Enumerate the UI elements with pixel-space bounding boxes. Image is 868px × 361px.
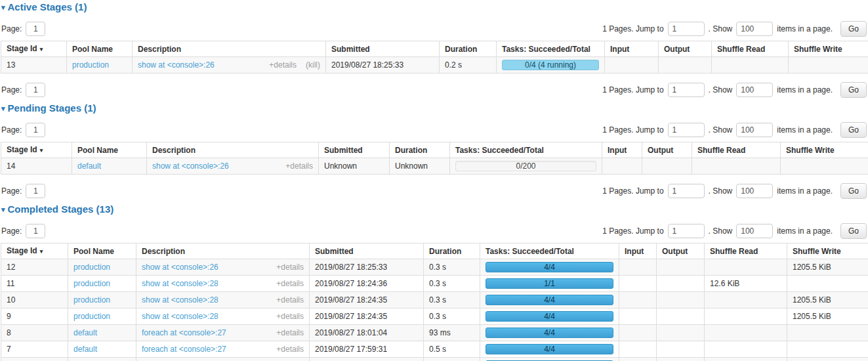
stage-description-link[interactable]: show at <console>:28 (142, 312, 218, 321)
jump-to-input[interactable] (668, 123, 705, 137)
column-header-label: Pool Name (72, 45, 113, 54)
description-cell: foreach at <console>:27+details (136, 325, 310, 341)
shuffle-read-cell (705, 292, 787, 308)
page-number-input[interactable] (26, 83, 45, 97)
show-count-input[interactable] (736, 83, 773, 97)
stages-section-pending: ▾Pending Stages (1) Page: 1 Pages. Jump … (1, 102, 867, 199)
page-number-input[interactable] (26, 184, 45, 198)
pool-name-link[interactable]: default (73, 345, 97, 354)
details-toggle-link[interactable]: +details (276, 263, 304, 272)
duration-cell: 0.3 s (424, 308, 480, 325)
description-cell: show at <console>:26+details (136, 259, 310, 276)
show-count-input[interactable] (736, 22, 773, 36)
description-cell: show at <console>:28+details (136, 292, 310, 308)
stage-id-cell: 6 (1, 358, 68, 361)
go-button[interactable]: Go (840, 223, 867, 239)
shuffle-write-cell (787, 325, 868, 341)
column-header-tasks-succeeded-total[interactable]: Tasks: Succeeded/Total (450, 142, 602, 158)
column-header-output[interactable]: Output (642, 142, 692, 158)
column-header-submitted[interactable]: Submitted (319, 142, 390, 158)
column-header-description[interactable]: Description (147, 142, 319, 158)
column-header-stage-id[interactable]: Stage Id▾ (1, 41, 67, 57)
column-header-label: Pool Name (77, 146, 118, 155)
tasks-progress-cell: 0/200 (450, 158, 602, 175)
column-header-shuffle-write[interactable]: Shuffle Write (789, 41, 868, 57)
duration-cell: 93 ms (424, 325, 480, 341)
page-number-input[interactable] (26, 123, 45, 137)
jump-to-input[interactable] (668, 22, 705, 36)
stage-description-link[interactable]: show at <console>:26 (138, 60, 215, 70)
input-cell (619, 259, 657, 276)
stage-description-link[interactable]: foreach at <console>:27 (142, 328, 226, 337)
column-header-submitted[interactable]: Submitted (310, 244, 424, 259)
stage-description-link[interactable]: foreach at <console>:27 (142, 345, 226, 354)
column-header-shuffle-read[interactable]: Shuffle Read (692, 142, 781, 158)
details-toggle-link[interactable]: +details (276, 295, 304, 305)
stage-description-link[interactable]: show at <console>:28 (142, 279, 218, 288)
details-toggle-link[interactable]: +details (276, 312, 304, 321)
go-button[interactable]: Go (840, 21, 867, 37)
column-header-duration[interactable]: Duration (390, 142, 450, 158)
stage-description-link[interactable]: show at <console>:26 (152, 161, 229, 171)
section-title[interactable]: ▾Pending Stages (1) (1, 102, 867, 114)
pool-name-link[interactable]: production (73, 263, 110, 272)
jump-to-input[interactable] (668, 224, 705, 238)
column-header-shuffle-read[interactable]: Shuffle Read (705, 244, 787, 259)
column-header-shuffle-read[interactable]: Shuffle Read (712, 41, 789, 57)
show-count-input[interactable] (736, 184, 773, 198)
column-header-input[interactable]: Input (605, 41, 659, 57)
column-header-input[interactable]: Input (619, 244, 657, 259)
column-header-tasks-succeeded-total[interactable]: Tasks: Succeeded/Total (480, 244, 619, 259)
jump-to-input[interactable] (668, 83, 705, 97)
shuffle-write-cell: 1205.5 KiB (787, 308, 868, 325)
column-header-stage-id[interactable]: Stage Id▾ (1, 142, 72, 158)
details-toggle-link[interactable]: +details (285, 161, 313, 171)
column-header-pool-name[interactable]: Pool Name (72, 142, 147, 158)
pool-name-link[interactable]: default (77, 161, 101, 171)
column-header-pool-name[interactable]: Pool Name (68, 244, 136, 259)
column-header-output[interactable]: Output (659, 41, 712, 57)
kill-stage-link[interactable]: (kill) (306, 60, 320, 70)
go-button[interactable]: Go (840, 122, 867, 138)
column-header-description[interactable]: Description (133, 41, 326, 57)
column-header-output[interactable]: Output (657, 244, 705, 259)
go-button[interactable]: Go (840, 183, 867, 199)
details-toggle-link[interactable]: +details (269, 60, 297, 70)
section-title[interactable]: ▾Completed Stages (13) (1, 203, 867, 215)
pool-name-link[interactable]: default (73, 328, 97, 337)
pool-name-link[interactable]: production (73, 312, 110, 321)
pool-name-link[interactable]: production (73, 295, 110, 305)
column-header-label: Duration (429, 247, 461, 256)
section-title[interactable]: ▾Active Stages (1) (1, 1, 867, 12)
column-header-pool-name[interactable]: Pool Name (67, 41, 133, 57)
details-toggle-link[interactable]: +details (276, 345, 304, 354)
show-label: . Show (709, 24, 733, 33)
column-header-input[interactable]: Input (602, 142, 642, 158)
stage-description-link[interactable]: show at <console>:28 (142, 295, 218, 305)
column-header-duration[interactable]: Duration (424, 244, 480, 259)
column-header-shuffle-write[interactable]: Shuffle Write (787, 244, 868, 259)
details-toggle-link[interactable]: +details (276, 328, 304, 337)
column-header-submitted[interactable]: Submitted (326, 41, 440, 57)
stage-description-link[interactable]: show at <console>:26 (142, 263, 218, 272)
jump-to-input[interactable] (668, 184, 705, 198)
tasks-progress-label: 1/1 (544, 279, 555, 288)
pool-name-link[interactable]: production (73, 279, 110, 288)
show-count-input[interactable] (736, 123, 773, 137)
description-cell: show at <console>:26+details (147, 158, 319, 175)
table-header-row: Stage Id▾Pool NameDescriptionSubmittedDu… (1, 142, 868, 158)
page-number-input[interactable] (26, 224, 45, 238)
submitted-cell: 2019/08/27 18:25:33 (326, 57, 440, 74)
stages-section-active: ▾Active Stages (1) Page: 1 Pages. Jump t… (1, 1, 867, 98)
pool-name-link[interactable]: production (72, 60, 109, 70)
go-button[interactable]: Go (840, 82, 867, 98)
show-count-input[interactable] (736, 224, 773, 238)
column-header-shuffle-write[interactable]: Shuffle Write (781, 142, 868, 158)
column-header-tasks-succeeded-total[interactable]: Tasks: Succeeded/Total (497, 41, 605, 57)
description-actions: +details (276, 279, 304, 288)
column-header-stage-id[interactable]: Stage Id▾ (1, 244, 68, 259)
column-header-duration[interactable]: Duration (440, 41, 497, 57)
column-header-description[interactable]: Description (136, 244, 310, 259)
page-number-input[interactable] (26, 22, 45, 36)
details-toggle-link[interactable]: +details (276, 279, 304, 288)
